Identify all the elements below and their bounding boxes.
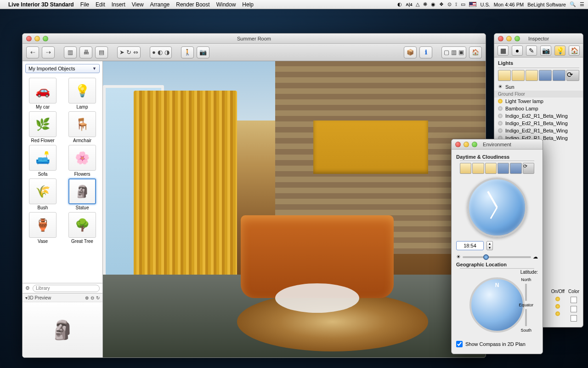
preset-cloudy[interactable]: ⟳	[566, 70, 579, 81]
status-icon[interactable]: A|4	[406, 2, 412, 7]
color-swatch[interactable]	[571, 306, 577, 312]
zoom-button[interactable]	[472, 142, 477, 147]
minimize-button[interactable]	[506, 36, 512, 41]
inspector-titlebar[interactable]: Inspector	[494, 34, 583, 44]
preset-night[interactable]	[553, 70, 565, 81]
spotlight-icon[interactable]: 🔍	[570, 1, 576, 7]
rotate-icon[interactable]: ↻	[96, 295, 100, 300]
minimize-button[interactable]	[34, 36, 40, 41]
main-titlebar[interactable]: Summer Room	[23, 34, 486, 44]
library-item[interactable]: 🏺Vase	[24, 212, 61, 244]
slider-thumb[interactable]	[483, 254, 489, 260]
zoom-out-icon[interactable]: ⊖	[90, 295, 94, 300]
bulb-icon[interactable]	[498, 128, 503, 133]
tab-materials[interactable]: ●	[512, 46, 523, 56]
status-icon[interactable]: ◉	[431, 1, 435, 7]
preview-header[interactable]: ▾ 3D Preview ⊕ ⊖ ↻	[23, 293, 102, 302]
stop-button[interactable]: ◑	[164, 49, 170, 56]
time-stepper[interactable]: ▲▼	[486, 241, 493, 250]
close-button[interactable]	[498, 36, 503, 41]
zoom-in-icon[interactable]: ⊕	[85, 295, 89, 300]
preset-morning[interactable]	[472, 163, 484, 174]
wifi-icon[interactable]: ⟟	[455, 1, 457, 7]
menu-window[interactable]: Window	[216, 1, 236, 8]
library-item[interactable]: 🌾Bush	[24, 178, 61, 210]
tab-lights[interactable]: 💡	[554, 46, 565, 56]
minimize-button[interactable]	[464, 142, 469, 147]
pointer-tool[interactable]: ➤	[119, 49, 124, 56]
status-icon[interactable]: ❋	[423, 1, 427, 7]
menu-arrange[interactable]: Arrange	[150, 1, 170, 8]
light-row[interactable]: Bamboo Lamp	[494, 105, 583, 112]
light-row[interactable]: Indigo_Ed2_R1_Beta_Wing	[494, 120, 583, 127]
latitude-slider[interactable]: North Equator South	[519, 277, 533, 333]
zoom-button[interactable]	[514, 36, 520, 41]
view-split-button[interactable]: ▥	[451, 49, 457, 56]
bulb-icon[interactable]	[555, 297, 560, 301]
library-category-dropdown[interactable]: My Imported Objects ▼	[25, 64, 100, 73]
library-toggle-button[interactable]: ▥	[64, 46, 77, 58]
light-row[interactable]: Indigo_Ed2_R1_Beta_Wing	[494, 127, 583, 134]
compass[interactable]	[469, 277, 525, 333]
show-compass-checkbox[interactable]: Show Compass in 2D Plan	[456, 341, 538, 347]
light-row[interactable]: Indigo_Ed2_R1_Beta_Wing	[494, 112, 583, 120]
show-compass-input[interactable]	[456, 341, 463, 347]
menubar-user[interactable]: BeLight Software	[527, 2, 566, 7]
menu-render-boost[interactable]: Render Boost	[176, 1, 209, 8]
preset-noon[interactable]	[526, 70, 538, 81]
bulb-icon[interactable]	[555, 304, 560, 309]
preset-morning[interactable]	[512, 70, 525, 81]
menu-help[interactable]: Help	[242, 1, 254, 8]
status-icon[interactable]: △	[416, 1, 419, 7]
library-item[interactable]: 🗿Statue	[64, 178, 101, 210]
app-name-menu[interactable]: Live Interior 3D Standard	[8, 1, 74, 8]
tab-edit[interactable]: ✎	[526, 46, 537, 56]
library-search-input[interactable]	[33, 285, 100, 292]
light-row[interactable]: Light Tower lamp	[494, 98, 583, 105]
notification-center-icon[interactable]: ☰	[580, 1, 584, 7]
gear-icon[interactable]: ⚙	[25, 285, 30, 291]
preview-pane[interactable]: 🗿	[23, 302, 102, 357]
close-button[interactable]	[26, 36, 32, 41]
library-item[interactable]: 🪑Armchair	[64, 111, 101, 143]
bulb-icon[interactable]	[498, 99, 503, 104]
preset-cloudy[interactable]: ⟳	[523, 163, 534, 174]
preset-evening[interactable]	[539, 70, 552, 81]
tab-house[interactable]: 🏠	[569, 46, 580, 56]
sun-row[interactable]: ☀ Sun	[494, 83, 583, 91]
zoom-button[interactable]	[43, 36, 48, 41]
preset-dawn[interactable]	[498, 70, 511, 81]
library-item[interactable]: 🛋️Sofa	[24, 145, 61, 177]
status-icon[interactable]: ⊙	[447, 1, 452, 7]
preset-noon[interactable]	[485, 163, 497, 174]
input-locale[interactable]: U.S.	[480, 2, 490, 7]
layers-button[interactable]: ▤	[95, 46, 108, 58]
info-button[interactable]: ℹ	[419, 46, 432, 58]
tab-camera[interactable]: 📷	[540, 46, 551, 56]
view-2d-button[interactable]: ▢	[444, 49, 449, 56]
library-item[interactable]: 💡Lamp	[64, 78, 101, 109]
bulb-icon[interactable]	[555, 311, 560, 316]
environment-titlebar[interactable]: Environment	[452, 139, 543, 150]
export-3d-button[interactable]: 📦	[404, 46, 417, 58]
nav-back-button[interactable]: ⇠	[26, 46, 39, 58]
home-button[interactable]: 🏠	[469, 46, 482, 58]
library-item[interactable]: 🌿Red Flower	[24, 111, 61, 143]
menu-view[interactable]: View	[132, 1, 144, 8]
menu-insert[interactable]: Insert	[112, 1, 125, 8]
record-button[interactable]: ●	[152, 49, 156, 56]
preset-night[interactable]	[510, 163, 521, 174]
play-button[interactable]: ◐	[158, 49, 163, 56]
nav-fwd-button[interactable]: ⇢	[42, 46, 55, 58]
menubar-clock[interactable]: Mon 4:46 PM	[494, 2, 524, 7]
library-item[interactable]: 🌸Flowers	[64, 145, 101, 177]
pan-tool[interactable]: ⇔	[133, 49, 138, 56]
bulb-icon[interactable]	[498, 121, 503, 126]
view-3d-button[interactable]: ▣	[458, 49, 464, 56]
3d-viewport[interactable]	[103, 61, 486, 357]
cloudiness-slider[interactable]: ☀ ☁	[456, 254, 538, 260]
input-flag-icon[interactable]	[469, 2, 476, 7]
walk-button[interactable]: 🚶	[181, 46, 194, 58]
bulb-icon[interactable]	[498, 114, 503, 118]
preset-dawn[interactable]	[460, 163, 471, 174]
